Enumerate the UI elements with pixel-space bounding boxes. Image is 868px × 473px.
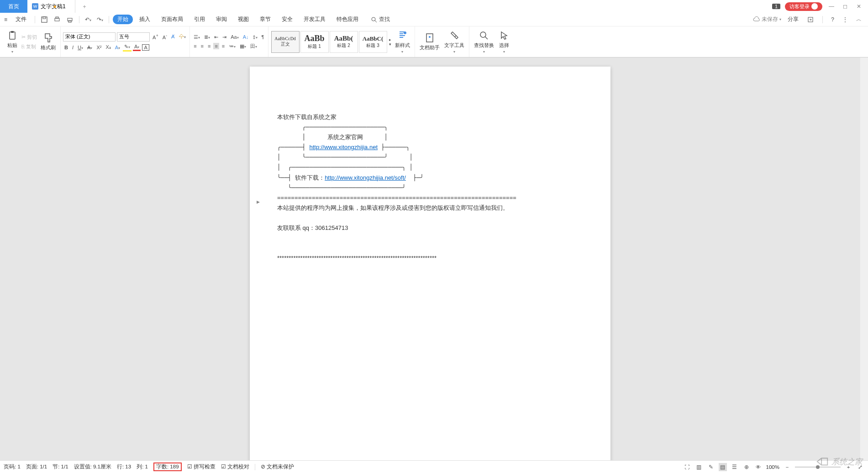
format-painter-button[interactable]: 格式刷 — [38, 31, 58, 52]
status-page-number[interactable]: 页码: 1 — [4, 463, 21, 470]
app-menu-icon[interactable]: ≡ — [2, 16, 9, 24]
zoom-out-button[interactable]: − — [783, 463, 791, 471]
font-name-combo[interactable] — [63, 32, 116, 42]
tab-document[interactable]: W 文字文稿1 ● — [27, 0, 75, 13]
menu-tab-references[interactable]: 引用 — [189, 15, 210, 24]
paste-button[interactable]: 粘贴▾ — [5, 29, 20, 55]
export-icon[interactable] — [805, 15, 816, 24]
text-effects-button[interactable]: A▾ — [114, 44, 121, 51]
strikethrough-button[interactable]: A▾ — [86, 44, 94, 51]
italic-button[interactable]: I — [71, 44, 75, 51]
menu-tab-review[interactable]: 审阅 — [211, 15, 231, 24]
align-right-button[interactable]: ≡ — [206, 43, 212, 49]
sort-button[interactable]: A↓ — [242, 34, 250, 40]
collapse-ribbon-icon[interactable]: ︿ — [854, 15, 863, 24]
menu-tab-insert[interactable]: 插入 — [135, 15, 155, 24]
tab-home[interactable]: 首页 — [0, 0, 27, 13]
superscript-button[interactable]: X² — [95, 44, 103, 51]
message-count-badge[interactable]: 1 — [772, 4, 780, 9]
status-section[interactable]: 节: 1/1 — [53, 463, 68, 470]
highlight-button[interactable]: ✎▾ — [123, 43, 132, 52]
underline-button[interactable]: U▾ — [76, 44, 84, 51]
shading-button[interactable]: ▦▾ — [238, 43, 247, 50]
document-page[interactable]: ▸ 本软件下载自系统之家 ╭──────────────────────╮ │ … — [250, 67, 610, 460]
share-button[interactable]: 分享 — [786, 15, 800, 24]
document-viewport[interactable]: ▸ 本软件下载自系统之家 ╭──────────────────────╮ │ … — [0, 57, 860, 460]
menu-tab-security[interactable]: 安全 — [277, 15, 297, 24]
menu-tab-view[interactable]: 视图 — [233, 15, 253, 24]
zoom-level[interactable]: 100% — [766, 464, 779, 470]
decrease-indent-button[interactable]: ⇤ — [213, 34, 220, 41]
print-icon[interactable] — [64, 15, 75, 24]
print-preview-icon[interactable] — [52, 15, 63, 24]
char-border-button[interactable]: A — [142, 44, 149, 51]
status-page[interactable]: 页面: 1/1 — [26, 463, 47, 470]
menu-file[interactable]: 文件 — [11, 15, 31, 24]
align-distribute-button[interactable]: ≡ — [221, 43, 226, 49]
help-icon[interactable]: ? — [829, 16, 836, 24]
select-button[interactable]: 选择▾ — [496, 29, 512, 55]
minimize-button[interactable]: — — [827, 3, 836, 10]
copy-button[interactable]: ⎘ 复制 — [20, 43, 38, 51]
doc-url-download[interactable]: http://www.xitongzhijia.net/soft/ — [325, 174, 406, 181]
style-heading1[interactable]: AaBb 标题 1 — [300, 31, 329, 53]
style-body[interactable]: AaBbCcDd 正文 — [271, 31, 300, 53]
phonetic-guide-button[interactable]: 㐃▾ — [178, 33, 187, 41]
align-left-button[interactable]: ≡ — [192, 43, 198, 49]
redo-icon[interactable]: ↷▾ — [95, 16, 105, 24]
new-style-button[interactable]: 新样式▾ — [393, 29, 412, 55]
subscript-button[interactable]: X₂ — [104, 44, 112, 51]
show-marks-button[interactable]: ¶ — [260, 34, 266, 40]
align-justify-button[interactable]: ≡ — [213, 43, 219, 49]
decrease-font-button[interactable]: A- — [161, 33, 168, 41]
page-marker-icon[interactable]: ▸ — [257, 197, 260, 208]
number-list-button[interactable]: ≣▾ — [203, 34, 211, 41]
new-tab-button[interactable]: ＋ — [75, 3, 94, 10]
font-size-combo[interactable] — [117, 32, 150, 42]
more-icon[interactable]: ⋮ — [841, 16, 850, 24]
print-layout-icon[interactable]: ▤ — [719, 463, 727, 471]
undo-icon[interactable]: ↶▾ — [83, 16, 93, 24]
reading-view-icon[interactable]: ▥ — [695, 463, 703, 471]
edit-view-icon[interactable]: ✎ — [707, 463, 715, 471]
style-heading3[interactable]: AaBbC( 标题 3 — [359, 31, 387, 53]
find-replace-button[interactable]: 查找替换▾ — [472, 29, 496, 55]
font-color-button[interactable]: A▾ — [133, 43, 141, 51]
status-doc-review[interactable]: ☑ 文档校对 — [221, 463, 249, 470]
doc-url-homepage[interactable]: http://www.xitongzhijia.net — [309, 144, 378, 151]
status-column[interactable]: 列: 1 — [137, 463, 148, 470]
status-doc-protection[interactable]: ⊘ 文档未保护 — [261, 463, 294, 470]
menu-tab-start[interactable]: 开始 — [113, 15, 133, 24]
menu-tab-dev-tools[interactable]: 开发工具 — [299, 15, 330, 24]
login-badge[interactable]: 访客登录 — [785, 2, 822, 11]
cloud-unsaved-status[interactable]: 未保存▾ — [753, 16, 781, 23]
menu-tab-section[interactable]: 章节 — [255, 15, 275, 24]
menu-tab-special[interactable]: 特色应用 — [332, 15, 363, 24]
vertical-scrollbar[interactable] — [860, 57, 868, 460]
styles-expand-button[interactable]: ▸▾ — [388, 37, 393, 47]
menu-tab-page-layout[interactable]: 页面布局 — [157, 15, 188, 24]
search-button[interactable]: 查找 — [368, 15, 392, 24]
borders-button[interactable]: 田▾ — [249, 42, 258, 50]
change-case-button[interactable]: Aa▾ — [229, 34, 240, 40]
status-word-count[interactable]: 字数: 189 — [153, 463, 182, 471]
status-spell-check[interactable]: ☑ 拼写检查 — [187, 463, 216, 470]
focus-mode-icon[interactable]: 👁 — [754, 463, 763, 471]
status-position[interactable]: 设置值: 9.1厘米 — [74, 463, 111, 470]
web-layout-icon[interactable]: ⊕ — [742, 463, 751, 471]
bold-button[interactable]: B — [63, 44, 69, 51]
increase-indent-button[interactable]: ⇥ — [221, 34, 228, 41]
status-line[interactable]: 行: 13 — [117, 463, 131, 470]
clear-format-button[interactable]: A̸ — [170, 33, 176, 40]
fullscreen-icon[interactable]: ⛶ — [683, 463, 691, 471]
outline-view-icon[interactable]: ☰ — [731, 463, 739, 471]
cut-button[interactable]: ✂ 剪切 — [20, 33, 38, 41]
doc-helper-button[interactable]: 文档助手 — [417, 31, 442, 52]
save-icon[interactable] — [39, 15, 50, 24]
increase-font-button[interactable]: A+ — [151, 33, 160, 41]
close-button[interactable]: ✕ — [854, 3, 863, 10]
bullet-list-button[interactable]: ☰▾ — [192, 34, 201, 41]
style-heading2[interactable]: AaBb( 标题 2 — [330, 31, 358, 53]
align-center-button[interactable]: ≡ — [200, 43, 205, 49]
text-tools-button[interactable]: 文字工具▾ — [442, 29, 467, 55]
